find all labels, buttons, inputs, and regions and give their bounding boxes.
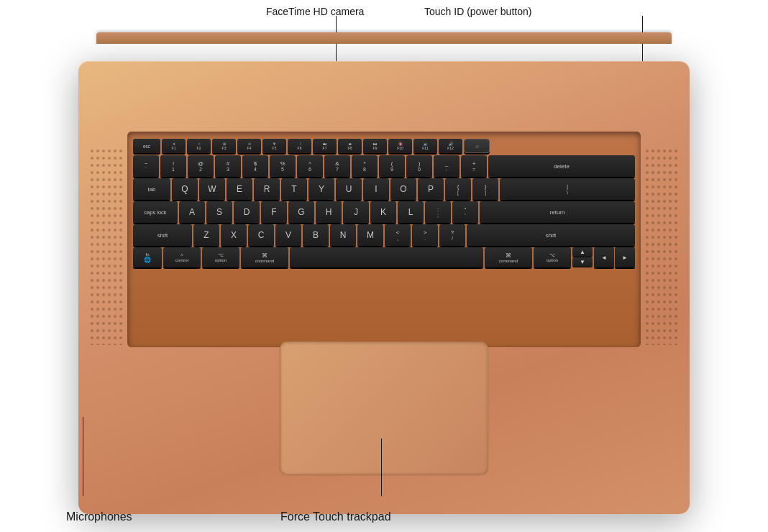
key-7[interactable]: &7 — [324, 155, 350, 177]
key-space[interactable] — [290, 247, 483, 267]
key-e[interactable]: E — [227, 178, 252, 200]
key-w[interactable]: W — [199, 178, 225, 200]
key-minus[interactable]: _- — [434, 155, 460, 177]
key-tilde[interactable]: ~` — [133, 155, 159, 177]
touchid-label: Touch ID (power button) — [424, 6, 531, 17]
speaker-grille-right — [645, 147, 678, 345]
key-9[interactable]: (9 — [379, 155, 405, 177]
key-option-left[interactable]: ⌥option — [202, 247, 239, 267]
qwerty-row: tab Q W E R T Y U I O P {[ }] |\ — [133, 178, 635, 200]
key-s[interactable]: S — [206, 201, 232, 223]
key-semicolon[interactable]: :; — [425, 201, 451, 223]
key-f11[interactable]: 🔉F11 — [413, 139, 437, 153]
key-arrow-right[interactable]: ► — [615, 247, 635, 267]
key-o[interactable]: O — [390, 178, 416, 200]
fn-row: esc ✦F1 ✧F2 ⊞F3 ⊙F4 🎙F5 ☽F6 ⏮F7 ⏯F8 ⏭F9 … — [133, 139, 635, 153]
key-shift-right[interactable]: shift — [467, 224, 635, 246]
key-f12[interactable]: 🔊F12 — [439, 139, 462, 153]
key-t[interactable]: T — [281, 178, 307, 200]
key-j[interactable]: J — [343, 201, 369, 223]
trackpad[interactable] — [280, 341, 488, 474]
key-capslock[interactable]: caps lock — [133, 201, 178, 223]
key-y[interactable]: Y — [308, 178, 334, 200]
key-k[interactable]: K — [370, 201, 396, 223]
key-x[interactable]: X — [221, 224, 247, 246]
key-u[interactable]: U — [336, 178, 362, 200]
key-r[interactable]: R — [254, 178, 280, 200]
svg-rect-1 — [90, 147, 123, 345]
key-f9[interactable]: ⏭F9 — [363, 139, 387, 153]
key-g[interactable]: G — [288, 201, 314, 223]
key-slash[interactable]: ?/ — [439, 224, 465, 246]
key-v[interactable]: V — [275, 224, 301, 246]
key-4[interactable]: $4 — [242, 155, 268, 177]
macbook: esc ✦F1 ✧F2 ⊞F3 ⊙F4 🎙F5 ☽F6 ⏮F7 ⏯F8 ⏭F9 … — [78, 32, 690, 514]
key-q[interactable]: Q — [172, 178, 198, 200]
key-f5[interactable]: 🎙F5 — [262, 139, 286, 153]
key-i[interactable]: I — [363, 178, 389, 200]
key-lbracket[interactable]: {[ — [445, 178, 471, 200]
key-quote[interactable]: "' — [452, 201, 478, 223]
key-f2[interactable]: ✧F2 — [187, 139, 211, 153]
facetime-label: FaceTime HD camera — [266, 6, 364, 17]
scene: FaceTime HD camera Touch ID (power butto… — [0, 0, 768, 532]
key-rbracket[interactable]: }] — [472, 178, 498, 200]
key-period[interactable]: >. — [412, 224, 438, 246]
key-backslash[interactable]: |\ — [500, 178, 635, 200]
key-command-left[interactable]: ⌘command — [241, 247, 288, 267]
key-n[interactable]: N — [330, 224, 356, 246]
key-f8[interactable]: ⏯F8 — [338, 139, 362, 153]
key-p[interactable]: P — [418, 178, 444, 200]
key-esc[interactable]: esc — [133, 139, 160, 153]
microphones-line — [83, 417, 83, 496]
arrow-keys: ▲ ▼ — [572, 247, 593, 267]
key-f1[interactable]: ✦F1 — [162, 139, 186, 153]
arrow-lr-keys: ◄ ► — [594, 247, 635, 267]
key-d[interactable]: D — [234, 201, 260, 223]
key-1[interactable]: !1 — [160, 155, 186, 177]
bottom-row: fn🌐 ^control ⌥option ⌘command ⌘command — [133, 247, 635, 267]
key-f7[interactable]: ⏮F7 — [313, 139, 337, 153]
key-2[interactable]: @2 — [188, 155, 214, 177]
trackpad-label: Force Touch trackpad — [280, 510, 391, 523]
key-fn[interactable]: fn🌐 — [133, 247, 162, 267]
key-f4[interactable]: ⊙F4 — [237, 139, 261, 153]
keyboard-area: esc ✦F1 ✧F2 ⊞F3 ⊙F4 🎙F5 ☽F6 ⏮F7 ⏯F8 ⏭F9 … — [127, 132, 641, 347]
key-c[interactable]: C — [248, 224, 274, 246]
key-6[interactable]: ^6 — [297, 155, 323, 177]
key-b[interactable]: B — [303, 224, 329, 246]
key-a[interactable]: A — [179, 201, 205, 223]
trackpad-line — [381, 439, 382, 496]
key-control[interactable]: ^control — [163, 247, 201, 267]
microphones-label: Microphones — [66, 510, 132, 523]
key-arrow-left[interactable]: ◄ — [594, 247, 614, 267]
key-arrow-up[interactable]: ▲ — [572, 247, 593, 257]
key-return[interactable]: return — [480, 201, 635, 223]
asdf-row: caps lock A S D F G H J K L :; "' return — [133, 201, 635, 223]
key-comma[interactable]: <, — [385, 224, 411, 246]
number-row: ~` !1 @2 #3 $4 %5 — [133, 155, 635, 177]
key-delete[interactable]: delete — [488, 155, 635, 177]
key-f10[interactable]: 🔇F10 — [388, 139, 412, 153]
key-m[interactable]: M — [357, 224, 383, 246]
key-f3[interactable]: ⊞F3 — [212, 139, 236, 153]
key-5[interactable]: %5 — [270, 155, 296, 177]
key-touch-id[interactable]: ⊙ — [464, 139, 490, 153]
key-h[interactable]: H — [316, 201, 342, 223]
key-8[interactable]: *8 — [352, 155, 378, 177]
speaker-grille-left — [90, 147, 123, 345]
key-z[interactable]: Z — [193, 224, 219, 246]
macbook-body: esc ✦F1 ✧F2 ⊞F3 ⊙F4 🎙F5 ☽F6 ⏮F7 ⏯F8 ⏭F9 … — [78, 61, 690, 514]
key-f[interactable]: F — [261, 201, 287, 223]
lid-top — [96, 32, 672, 44]
key-equals[interactable]: += — [461, 155, 487, 177]
key-tab[interactable]: tab — [133, 178, 170, 200]
key-f6[interactable]: ☽F6 — [288, 139, 311, 153]
key-3[interactable]: #3 — [215, 155, 241, 177]
key-0[interactable]: )0 — [406, 155, 432, 177]
key-shift-left[interactable]: shift — [133, 224, 192, 246]
key-command-right[interactable]: ⌘command — [485, 247, 532, 267]
key-option-right[interactable]: ⌥option — [534, 247, 571, 267]
key-arrow-down[interactable]: ▼ — [572, 257, 593, 267]
key-l[interactable]: L — [398, 201, 424, 223]
